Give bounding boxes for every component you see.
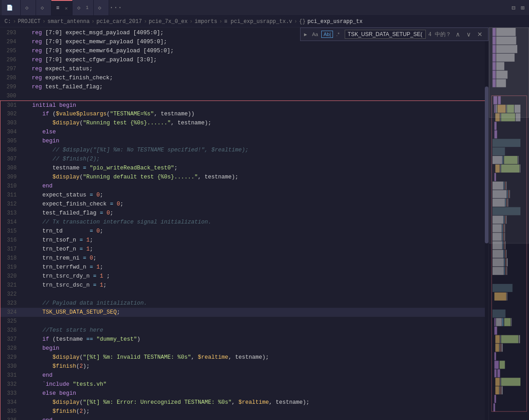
tab-tests[interactable]: ◇ 1 [73,0,93,16]
find-whole-word-button[interactable]: Ab| [321,31,333,38]
line-number-334: 334 [0,398,22,407]
line-number-310: 310 [0,182,22,191]
code-line-329: 329 $display("[%t] %m: Invalid TESTNAME:… [0,353,488,362]
vertical-scrollbar[interactable] [485,27,488,420]
breadcrumb-smart-antenna[interactable]: smart_antenna [47,18,90,25]
breadcrumb-pcie-7x[interactable]: pcie_7x_0_ex [149,18,187,25]
tab-pci-exp-usrapp-icon: ≡ [56,5,59,11]
line-content-327: if (testname == "dummy_test") [22,335,488,344]
line-number-325: 325 [0,317,22,326]
line-content-302: if ($value$plusargs("TESTNAME=%s", testn… [22,110,488,119]
find-close-button[interactable]: ✕ [475,30,484,38]
editor-area[interactable]: ▶ Aa Ab| .* 4 中的？ ∧ ∨ ✕ 293 reg [7:0] ex… [0,27,488,420]
code-line-304: 304 else [0,128,488,137]
line-number-301: 301 [0,101,22,110]
code-line-327: 327 if (testname == "dummy_test") [0,335,488,344]
line-number-320: 320 [0,272,22,281]
code-line-314: 314 // Tx transaction interface signal i… [0,218,488,227]
tab-pg054[interactable]: 📄 [2,0,21,16]
find-input[interactable] [345,30,426,39]
line-content-303: $display("Running test {%0s}......", tes… [22,119,488,128]
line-content-318: trn_trem_ni = 0; [22,254,488,263]
line-number-300: 300 [0,91,22,100]
find-next-button[interactable]: ∨ [465,30,473,38]
tab-pcie-rport[interactable]: ◇ [36,0,51,16]
line-number-314: 314 [0,218,22,227]
breadcrumb-file[interactable]: ≡ pci_exp_usrapp_tx.v [224,18,292,25]
code-line-310: 310 end [0,182,488,191]
line-content-315: trn_td = 0; [22,227,488,236]
tab-more-button[interactable]: ··· [109,0,123,16]
line-number-329: 329 [0,353,22,362]
line-number-336: 336 [0,416,22,420]
line-content-314: // Tx transaction interface signal initi… [22,218,488,227]
code-line-321: 321 trn_tsrc_dsc_n = 1; [0,281,488,290]
line-content-329: $display("[%t] %m: Invalid TESTNAME: %0s… [22,353,488,362]
line-content-301: initial begin [22,101,488,110]
breadcrumb: C: › PROJECT › smart_antenna › pcie_card… [0,16,529,27]
find-regex-button[interactable]: .* [334,31,342,38]
tab-board[interactable]: ◇ [21,0,36,16]
line-content-316: trn_tsof_n = 1; [22,236,488,245]
line-content-333: else begin [22,389,488,398]
tab-pci-exp-usrapp-close[interactable]: ✕ [65,5,68,11]
code-line-328: 328 begin [0,344,488,353]
find-prev-button[interactable]: ∧ [454,30,462,38]
line-content-304: else [22,128,488,137]
line-content-312: expect_finish_check = 0; [22,200,488,209]
line-number-299: 299 [0,82,22,91]
breadcrumb-project[interactable]: PROJECT [18,18,41,25]
split-editor-button[interactable]: ⊟ [510,3,517,13]
line-number-328: 328 [0,344,22,353]
tab-bar: 📄 ◇ ◇ ≡ ✕ ◇ 1 ◇ ··· ⊟ ⊞ [0,0,529,16]
line-number-307: 307 [0,155,22,164]
breadcrumb-scope[interactable]: pci_exp_usrapp_tx [307,18,362,25]
tab-pci-exp-usrapp[interactable]: ≡ ✕ [51,0,73,16]
line-content-326: //Test starts here [22,326,488,335]
code-line-311: 311 expect_status = 0; [0,191,488,200]
code-line-320: 320 trn_tsrc_rdy_n = 1 ; [0,272,488,281]
find-widget: ▶ Aa Ab| .* 4 中的？ ∧ ∨ ✕ [300,27,488,41]
tab-sample[interactable]: ◇ [94,0,109,16]
line-number-316: 316 [0,236,22,245]
minimap-viewport[interactable] [489,27,529,118]
line-content-311: expect_status = 0; [22,191,488,200]
line-content-321: trn_tsrc_dsc_n = 1; [22,281,488,290]
line-content-307: // $finish(2); [22,155,488,164]
line-content-320: trn_tsrc_rdy_n = 1 ; [22,272,488,281]
breadcrumb-scope-symbol: {} [299,18,306,25]
line-number-302: 302 [0,110,22,119]
line-content-330: $finish(2); [22,362,488,371]
line-number-319: 319 [0,263,22,272]
line-content-309: $display("Running default test {%0s}....… [22,173,488,182]
line-content-313: test_failed_flag = 0; [22,209,488,218]
line-content-296: reg [7:0] expect_cfgwr_payload [3:0]; [22,55,488,64]
line-number-297: 297 [0,64,22,73]
line-number-326: 326 [0,326,22,335]
main-layout: ▶ Aa Ab| .* 4 中的？ ∧ ∨ ✕ 293 reg [7:0] ex… [0,27,529,420]
scrollbar-thumb[interactable] [485,87,488,243]
code-line-308: 308 testname = "pio_writeReadBack_test0"… [0,164,488,173]
minimap [488,27,529,420]
tab-pg054-icon: 📄 [6,5,13,11]
code-line-296: 296 reg [7:0] expect_cfgwr_payload [3:0]… [0,55,488,64]
line-number-312: 312 [0,200,22,209]
breadcrumb-c[interactable]: C: [5,18,11,25]
breadcrumb-imports[interactable]: imports [195,18,217,25]
code-line-306: 306 // $display("[%t] %m: No TESTNAME sp… [0,146,488,155]
line-number-327: 327 [0,335,22,344]
line-number-313: 313 [0,209,22,218]
layout-button[interactable]: ⊞ [519,3,526,13]
code-line-295: 295 reg [7:0] expect_memwr64_payload [40… [0,46,488,55]
code-line-326: 326 //Test starts here [0,326,488,335]
find-case-sensitive-button[interactable]: Aa [310,31,320,38]
code-line-298: 298 reg expect_finish_check; [0,73,488,82]
code-line-302: 302 if ($value$plusargs("TESTNAME=%s", t… [0,110,488,119]
breadcrumb-pcie-card[interactable]: pcie_card_2017 [96,18,142,25]
line-number-332: 332 [0,380,22,389]
line-number-331: 331 [0,371,22,380]
line-number-317: 317 [0,245,22,254]
code-line-319: 319 trn_terrfwd_n = 1; [0,263,488,272]
line-content-323: // Payload data initialization. [22,299,488,308]
line-content-305: begin [22,137,488,146]
